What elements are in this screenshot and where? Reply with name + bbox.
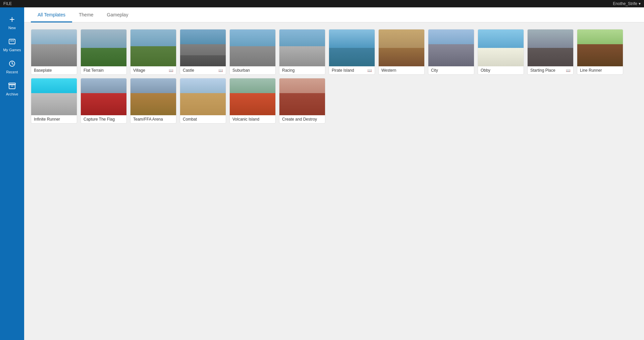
template-thumb-volcanic-island [230, 78, 276, 115]
book-icon: 📖 [566, 68, 571, 73]
template-thumb-western [379, 29, 425, 66]
svg-rect-6 [9, 84, 15, 89]
svg-rect-0 [9, 39, 15, 44]
template-grid: BaseplateFlat TerrainVillage📖Castle📖Subu… [31, 29, 637, 124]
template-label-flat-terrain: Flat Terrain [81, 66, 126, 74]
template-label-starting-place: Starting Place📖 [528, 66, 573, 74]
template-card-combat[interactable]: Combat [180, 78, 226, 124]
template-thumb-baseplate [31, 29, 77, 66]
template-thumb-capture-the-flag [81, 78, 127, 115]
template-area: BaseplateFlat TerrainVillage📖Castle📖Subu… [24, 22, 644, 340]
template-thumb-infinite-runner [31, 78, 77, 115]
top-bar: FILE Enothe_Strife ▾ [0, 0, 644, 7]
sidebar-item-my-games[interactable]: My Games [0, 34, 24, 56]
user-info[interactable]: Enothe_Strife ▾ [613, 1, 641, 6]
recent-icon [8, 60, 16, 68]
template-label-combat: Combat [180, 115, 226, 123]
template-label-line-runner: Line Runner [577, 66, 623, 74]
template-card-western[interactable]: Western [378, 29, 425, 75]
username: Enothe_Strife [613, 1, 637, 6]
template-label-city: City [428, 66, 474, 74]
tab-theme[interactable]: Theme [72, 7, 100, 22]
template-label-volcanic-island: Volcanic Island [230, 115, 275, 123]
template-card-suburban[interactable]: Suburban [229, 29, 276, 75]
template-thumb-village [130, 29, 176, 66]
new-plus-icon: + [9, 15, 15, 24]
template-thumb-suburban [230, 29, 276, 66]
template-thumb-castle [180, 29, 226, 66]
template-card-baseplate[interactable]: Baseplate [31, 29, 77, 75]
template-thumb-flat-terrain [81, 29, 127, 66]
template-label-create-and-destroy: Create and Destroy [279, 115, 325, 123]
content-area: All Templates Theme Gameplay BaseplateFl… [24, 7, 644, 340]
sidebar-item-my-games-label: My Games [3, 48, 21, 52]
template-label-baseplate: Baseplate [31, 66, 77, 74]
template-card-pirate-island[interactable]: Pirate Island📖 [329, 29, 375, 75]
template-label-suburban: Suburban [230, 66, 275, 74]
sidebar-item-recent-label: Recent [6, 70, 18, 74]
template-label-obby: Obby [478, 66, 524, 74]
main-layout: + New My Games Recent [0, 7, 644, 340]
tab-gameplay[interactable]: Gameplay [100, 7, 135, 22]
template-card-castle[interactable]: Castle📖 [180, 29, 226, 75]
sidebar-item-recent[interactable]: Recent [0, 56, 24, 78]
book-icon: 📖 [218, 68, 223, 73]
template-thumb-create-and-destroy [279, 78, 325, 115]
svg-rect-1 [10, 40, 12, 42]
file-menu[interactable]: FILE [3, 1, 12, 6]
template-label-pirate-island: Pirate Island📖 [329, 66, 375, 74]
tabs-bar: All Templates Theme Gameplay [24, 7, 644, 22]
archive-icon [8, 82, 16, 90]
template-label-village: Village📖 [130, 66, 176, 74]
template-label-capture-the-flag: Capture The Flag [81, 115, 126, 123]
svg-rect-7 [9, 83, 15, 85]
template-thumb-line-runner [577, 29, 623, 66]
template-thumb-obby [478, 29, 524, 66]
sidebar-item-new-label: New [8, 26, 16, 30]
template-card-starting-place[interactable]: Starting Place📖 [527, 29, 574, 75]
template-card-city[interactable]: City [428, 29, 474, 75]
tab-all-templates[interactable]: All Templates [31, 7, 72, 22]
template-thumb-team-ffa-arena [130, 78, 176, 115]
template-thumb-racing [279, 29, 325, 66]
sidebar-item-archive-label: Archive [6, 92, 18, 96]
template-label-castle: Castle📖 [180, 66, 226, 74]
template-label-team-ffa-arena: Team/FFA Arena [130, 115, 176, 123]
svg-rect-2 [12, 40, 14, 42]
template-card-village[interactable]: Village📖 [130, 29, 176, 75]
template-card-capture-the-flag[interactable]: Capture The Flag [80, 78, 127, 124]
template-card-create-and-destroy[interactable]: Create and Destroy [279, 78, 325, 124]
template-label-infinite-runner: Infinite Runner [31, 115, 77, 123]
sidebar-item-new[interactable]: + New [0, 11, 24, 34]
template-card-flat-terrain[interactable]: Flat Terrain [80, 29, 127, 75]
template-label-racing: Racing [279, 66, 325, 74]
sidebar: + New My Games Recent [0, 7, 24, 340]
template-thumb-starting-place [528, 29, 574, 66]
template-thumb-combat [180, 78, 226, 115]
user-chevron-icon: ▾ [639, 1, 641, 6]
template-label-western: Western [379, 66, 424, 74]
template-thumb-pirate-island [329, 29, 375, 66]
template-card-team-ffa-arena[interactable]: Team/FFA Arena [130, 78, 176, 124]
book-icon: 📖 [367, 68, 372, 73]
sidebar-item-archive[interactable]: Archive [0, 78, 24, 100]
template-card-line-runner[interactable]: Line Runner [577, 29, 623, 75]
template-card-infinite-runner[interactable]: Infinite Runner [31, 78, 77, 124]
svg-line-5 [12, 64, 13, 64]
template-thumb-city [428, 29, 474, 66]
book-icon: 📖 [169, 68, 173, 73]
template-card-volcanic-island[interactable]: Volcanic Island [229, 78, 276, 124]
template-card-racing[interactable]: Racing [279, 29, 325, 75]
my-games-icon [8, 38, 16, 46]
template-card-obby[interactable]: Obby [478, 29, 524, 75]
